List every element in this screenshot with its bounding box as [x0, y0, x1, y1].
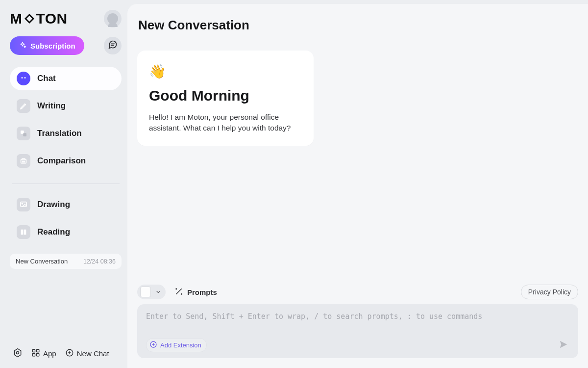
svg-rect-5	[23, 133, 26, 136]
grid-icon	[31, 348, 40, 359]
prompts-button[interactable]: Prompts	[174, 287, 217, 297]
nav-divider	[12, 184, 120, 184]
chat-bubble-icon	[108, 40, 118, 52]
greeting-card: 👋 Good Morning Hello! I am Moton, your p…	[137, 51, 314, 146]
nav-item-reading[interactable]: Reading	[10, 220, 122, 244]
history-item-date: 12/24 08:36	[83, 258, 116, 265]
add-extension-label: Add Extension	[160, 342, 201, 349]
add-extension-button[interactable]: Add Extension	[146, 338, 207, 352]
app-button[interactable]: App	[31, 348, 56, 359]
main-panel: New Conversation 👋 Good Morning Hello! I…	[127, 4, 588, 368]
nav-item-writing[interactable]: Writing	[10, 94, 122, 118]
chevron-down-icon	[154, 288, 163, 296]
app-label: App	[43, 349, 56, 358]
subscription-button[interactable]: Subscription	[10, 36, 84, 55]
svg-rect-15	[37, 349, 39, 352]
composer-area: Prompts Privacy Policy Add Extension	[137, 285, 578, 358]
svg-point-2	[22, 77, 23, 79]
new-chat-button[interactable]: New Chat	[65, 348, 109, 359]
sidebar-header: M TON	[10, 10, 122, 27]
nav-label: Translation	[37, 129, 82, 138]
plus-circle-icon	[65, 348, 74, 359]
nav-label: Writing	[37, 101, 66, 111]
comparison-icon	[17, 154, 30, 168]
nav-item-comparison[interactable]: Comparison	[10, 149, 122, 173]
sidebar: M TON Subscription	[0, 0, 127, 368]
nav-label: Reading	[37, 227, 70, 237]
svg-marker-12	[14, 349, 21, 357]
plus-circle-icon	[149, 341, 157, 350]
brand-mark-icon	[24, 13, 35, 25]
brand-name-after: TON	[36, 10, 68, 27]
sparkle-icon	[19, 41, 26, 51]
privacy-link[interactable]: Privacy Policy	[521, 285, 578, 299]
primary-nav: Chat Writing Translation Comparison	[10, 67, 122, 244]
greeting-text: Hello! I am Moton, your personal office …	[149, 112, 302, 134]
composer-toolbar: Prompts Privacy Policy	[137, 285, 578, 299]
user-avatar[interactable]	[104, 10, 122, 27]
svg-rect-4	[21, 131, 24, 134]
new-chat-label: New Chat	[77, 349, 109, 358]
svg-rect-17	[37, 354, 39, 356]
app-root: M TON Subscription	[0, 0, 588, 368]
send-button[interactable]	[557, 339, 570, 352]
subscription-label: Subscription	[30, 42, 75, 50]
magic-wand-icon	[174, 287, 183, 297]
message-composer: Add Extension	[137, 304, 578, 358]
nav-label: Chat	[37, 74, 56, 83]
drawing-icon	[17, 198, 30, 211]
translation-icon	[17, 127, 30, 140]
settings-button[interactable]	[13, 348, 23, 359]
history-list: New Conversation 12/24 08:36	[10, 254, 122, 269]
composer-bottom: Add Extension	[146, 338, 570, 352]
page-title: New Conversation	[138, 18, 578, 33]
prompts-label: Prompts	[187, 288, 217, 296]
model-selector[interactable]	[137, 285, 166, 299]
svg-point-21	[176, 289, 177, 289]
model-icon	[140, 287, 151, 297]
chat-icon	[17, 72, 30, 85]
svg-point-11	[22, 203, 23, 204]
sidebar-row-sub: Subscription	[10, 36, 122, 55]
svg-rect-14	[32, 349, 35, 352]
nav-item-translation[interactable]: Translation	[10, 122, 122, 145]
nav-label: Drawing	[37, 200, 70, 210]
greeting-title: Good Morning	[149, 87, 302, 104]
sidebar-footer: App New Chat	[10, 345, 122, 361]
history-item[interactable]: New Conversation 12/24 08:36	[10, 254, 122, 269]
wave-emoji: 👋	[149, 63, 302, 79]
svg-point-3	[24, 77, 26, 79]
message-input[interactable]	[146, 312, 570, 331]
nav-label: Comparison	[37, 156, 86, 166]
brand-logo[interactable]: M TON	[10, 10, 68, 27]
svg-point-13	[17, 352, 19, 354]
svg-point-22	[181, 293, 182, 294]
history-item-title: New Conversation	[16, 258, 68, 265]
gear-icon	[13, 348, 23, 359]
privacy-label: Privacy Policy	[528, 288, 571, 296]
svg-rect-16	[32, 354, 35, 356]
brand-name-before: M	[10, 10, 23, 27]
reading-icon	[17, 225, 30, 239]
send-icon	[558, 339, 569, 352]
nav-item-chat[interactable]: Chat	[10, 67, 122, 90]
writing-icon	[17, 99, 30, 113]
avatar-icon	[107, 13, 118, 24]
nav-item-drawing[interactable]: Drawing	[10, 193, 122, 216]
chat-bubble-button[interactable]	[104, 37, 122, 54]
